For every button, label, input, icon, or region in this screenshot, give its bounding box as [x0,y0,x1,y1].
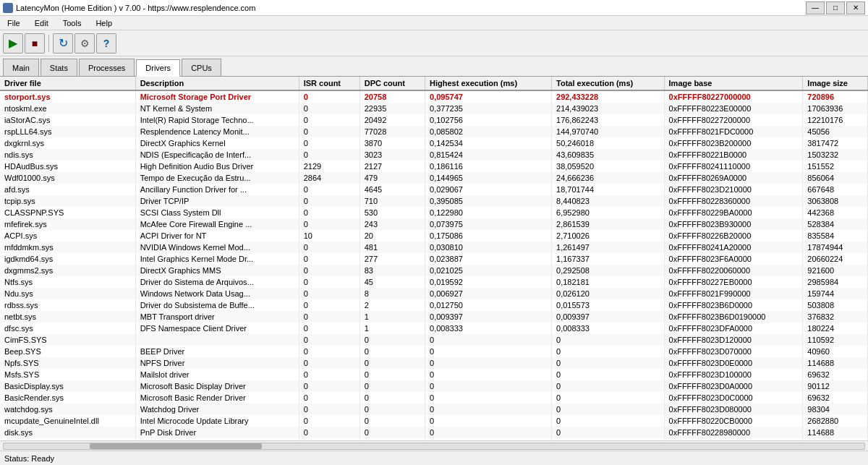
table-row[interactable]: dfsc.sysDFS Namespace Client Driver010,0… [0,323,868,334]
table-row[interactable]: tcpip.sysDriver TCP/IP07100,3950858,4408… [0,195,868,207]
col-total-exec[interactable]: Total execution (ms) [552,77,665,90]
close-button[interactable]: ✕ [846,1,865,14]
table-row[interactable]: Npfs.SYSNPFS Driver00000xFFFFF8023D0E000… [0,357,868,369]
table-cell: 20758 [359,90,425,103]
table-cell: 530 [359,207,425,218]
refresh-button[interactable]: ↻ [53,33,73,54]
maximize-button[interactable]: □ [826,1,845,14]
table-cell: 0 [299,195,359,207]
table-cell: 0xFFFFF8023D100000 [664,369,803,380]
table-cell: 667648 [803,184,868,195]
tab-stats[interactable]: Stats [41,59,77,76]
table-row[interactable]: HDAudBus.sysHigh Definition Audio Bus Dr… [0,161,868,172]
table-cell: 856064 [803,172,868,184]
table-row[interactable]: Msfs.SYSMailslot driver00000xFFFFF8023D1… [0,369,868,380]
table-cell: 0xFFFFF80229BA0000 [664,207,803,218]
help-button[interactable]: ? [96,33,116,54]
col-image-size[interactable]: Image size [803,77,868,90]
horizontal-scrollbar[interactable] [0,440,868,451]
table-cell: 0 [299,288,359,299]
table-row[interactable]: storport.sysMicrosoft Storage Port Drive… [0,90,868,103]
stop-button[interactable]: ■ [25,33,45,54]
table-cell: 0xFFFFF8023B200000 [664,137,803,149]
table-cell: 243 [359,218,425,230]
table-row[interactable]: disk.sysPnP Disk Driver00000xFFFFF802289… [0,427,868,438]
table-row[interactable]: dxgkrnl.sysDirectX Graphics Kernel038700… [0,137,868,149]
table-cell: 528384 [803,218,868,230]
table-row[interactable]: afd.sysAncillary Function Driver for ...… [0,184,868,195]
menu-help[interactable]: Help [91,17,116,29]
table-row[interactable]: BasicDisplay.sysMicrosoft Basic Display … [0,380,868,392]
table-cell: 0,815424 [425,149,552,161]
col-dpc-count[interactable]: DPC count [359,77,425,90]
menu-file[interactable]: File [3,17,25,29]
table-row[interactable]: netbt.sysMBT Transport driver010,0093970… [0,311,868,323]
table-cell: 2985984 [803,276,868,288]
table-cell: 0 [299,334,359,346]
table-row[interactable]: rdbss.sysDriver do Subsistema de Buffe..… [0,299,868,311]
table-cell: 2127 [359,161,425,172]
col-driver-file[interactable]: Driver file [0,77,135,90]
menu-edit[interactable]: Edit [30,17,53,29]
table-row[interactable]: ntoskml.exeNT Kernel & System0229350,377… [0,103,868,114]
table-cell: 0xFFFFF8023D070000 [664,346,803,357]
table-cell: 0 [552,427,665,438]
table-row[interactable]: mfddmkm.sysNVIDIA Windows Kernel Mod...0… [0,242,868,253]
scrollbar-thumb[interactable] [90,443,262,449]
table-cell: 0 [552,334,665,346]
config-button[interactable]: ⚙ [75,33,95,54]
table-cell: 0xFFFFF8021FDC0000 [664,126,803,137]
table-row[interactable]: dxgmms2.sysDirectX Graphics MMS0830,0210… [0,265,868,276]
col-highest-exec[interactable]: Highest execution (ms) [425,77,552,90]
col-isr-count[interactable]: ISR count [299,77,359,90]
table-row[interactable]: mcupdate_GenuineIntel.dllIntel Microcode… [0,415,868,427]
table-cell: 292,433228 [552,90,665,103]
table-cell: iaStorAC.sys [0,114,135,126]
table-cell: Wdf01000.sys [0,172,135,184]
table-row[interactable]: iaStorAC.sysIntel(R) Rapid Storage Techn… [0,114,868,126]
table-cell: Driver do Sistema de Arquivos... [135,276,299,288]
table-cell: 10 [299,230,359,242]
table-cell: 114688 [803,427,868,438]
table-row[interactable]: igdkmd64.sysIntel Graphics Kernel Mode D… [0,253,868,265]
tab-drivers[interactable]: Drivers [136,59,180,77]
table-row[interactable]: mfefirek.sysMcAfee Core Firewall Engine … [0,218,868,230]
table-row[interactable]: watchdog.sysWatchdog Driver00000xFFFFF80… [0,404,868,415]
play-button[interactable]: ▶ [3,33,23,54]
table-row[interactable]: ndis.sysNDIS (Especificação de Interf...… [0,149,868,161]
table-cell: 0 [299,103,359,114]
table-row[interactable]: Beep.SYSBEEP Driver00000xFFFFF8023D07000… [0,346,868,357]
status-text: Status: Ready [4,454,54,463]
col-image-base[interactable]: Image base [664,77,803,90]
table-cell: 0 [299,218,359,230]
table-cell: 0 [359,357,425,369]
table-cell: 69632 [803,392,868,404]
table-cell: NPFS Driver [135,357,299,369]
drivers-table-container[interactable]: Driver file Description ISR count DPC co… [0,77,868,440]
col-description[interactable]: Description [135,77,299,90]
tab-cpus[interactable]: CPUs [182,59,221,76]
tab-main[interactable]: Main [3,59,39,76]
table-cell: Beep.SYS [0,346,135,357]
title-bar-controls: — □ ✕ [806,1,865,14]
table-row[interactable]: rspLLL64.sysResplendence Latency Monit..… [0,126,868,137]
tab-processes[interactable]: Processes [79,59,135,76]
table-cell: 159744 [803,288,868,299]
table-cell: 0 [299,149,359,161]
table-cell: 0 [425,346,552,357]
table-row[interactable]: ACPI.sysACPI Driver for NT10200,1750862,… [0,230,868,242]
table-cell: 0 [359,380,425,392]
table-row[interactable]: Ndu.sysWindows Network Data Usag...080,0… [0,288,868,299]
table-row[interactable]: Wdf01000.sysTempo de Execução da Estru..… [0,172,868,184]
table-cell: 0 [299,346,359,357]
menu-tools[interactable]: Tools [59,17,86,29]
table-row[interactable]: CLASSPNP.SYSSCSI Class System Dll05300,1… [0,207,868,218]
table-cell: 0 [425,415,552,427]
table-row[interactable]: BasicRender.sysMicrosoft Basic Render Dr… [0,392,868,404]
table-row[interactable]: CimFS.SYS00000xFFFFF8023D120000110592 [0,334,868,346]
table-row[interactable]: Ntfs.sysDriver do Sistema de Arquivos...… [0,276,868,288]
minimize-button[interactable]: — [806,1,825,14]
table-cell: mfddmkm.sys [0,242,135,253]
table-cell: 0 [299,207,359,218]
table-cell: 45056 [803,126,868,137]
